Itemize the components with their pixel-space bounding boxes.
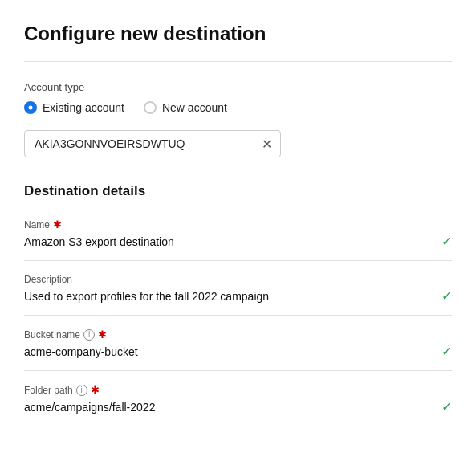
new-account-label: New account <box>162 101 227 114</box>
field-value-3: acme/campaigns/fall-2022 <box>24 401 432 414</box>
clear-icon: ✕ <box>262 137 272 152</box>
fields-list: Name✱Amazon S3 export destination✓Descri… <box>24 218 452 426</box>
configure-destination-panel: Configure new destination Account type E… <box>0 0 476 469</box>
clear-account-input-button[interactable]: ✕ <box>254 137 280 152</box>
existing-account-radio[interactable] <box>24 101 37 114</box>
info-icon-3: i <box>76 385 87 396</box>
field-value-2: acme-company-bucket <box>24 345 432 358</box>
info-icon-2: i <box>83 329 95 341</box>
new-account-option[interactable]: New account <box>144 101 227 114</box>
field-value-0: Amazon S3 export destination <box>24 235 432 248</box>
field-block-1: DescriptionUsed to export profiles for t… <box>24 274 452 316</box>
field-label-row-2: Bucket namei✱ <box>24 328 452 341</box>
check-icon-1: ✓ <box>441 288 452 304</box>
page-title: Configure new destination <box>24 22 452 45</box>
required-star-2: ✱ <box>98 328 107 341</box>
check-icon-2: ✓ <box>441 344 452 359</box>
required-star-3: ✱ <box>91 384 100 396</box>
field-value-1: Used to export profiles for the fall 202… <box>24 290 432 303</box>
check-icon-0: ✓ <box>441 234 452 249</box>
account-id-input[interactable] <box>25 131 254 157</box>
new-account-radio[interactable] <box>144 101 157 114</box>
field-label-0: Name <box>24 219 50 230</box>
field-block-2: Bucket namei✱acme-company-bucket✓ <box>24 328 452 371</box>
field-row-3: acme/campaigns/fall-2022✓ <box>24 399 452 426</box>
destination-details-title: Destination details <box>24 183 452 199</box>
account-type-label: Account type <box>24 81 452 93</box>
field-label-3: Folder path <box>24 385 73 396</box>
account-type-radio-group: Existing account New account <box>24 101 452 114</box>
field-label-1: Description <box>24 274 72 285</box>
field-row-2: acme-company-bucket✓ <box>24 344 452 371</box>
field-label-row-1: Description <box>24 274 452 285</box>
account-input-wrapper: ✕ <box>24 130 281 157</box>
field-row-1: Used to export profiles for the fall 202… <box>24 288 452 316</box>
field-block-0: Name✱Amazon S3 export destination✓ <box>24 218 452 261</box>
title-divider <box>24 61 452 62</box>
field-label-2: Bucket name <box>24 329 80 341</box>
required-star-0: ✱ <box>53 218 62 230</box>
existing-account-option[interactable]: Existing account <box>24 101 124 114</box>
field-row-0: Amazon S3 export destination✓ <box>24 234 452 261</box>
field-label-row-3: Folder pathi✱ <box>24 384 452 396</box>
existing-account-label: Existing account <box>43 101 124 114</box>
check-icon-3: ✓ <box>441 399 452 414</box>
field-block-3: Folder pathi✱acme/campaigns/fall-2022✓ <box>24 384 452 426</box>
field-label-row-0: Name✱ <box>24 218 452 230</box>
